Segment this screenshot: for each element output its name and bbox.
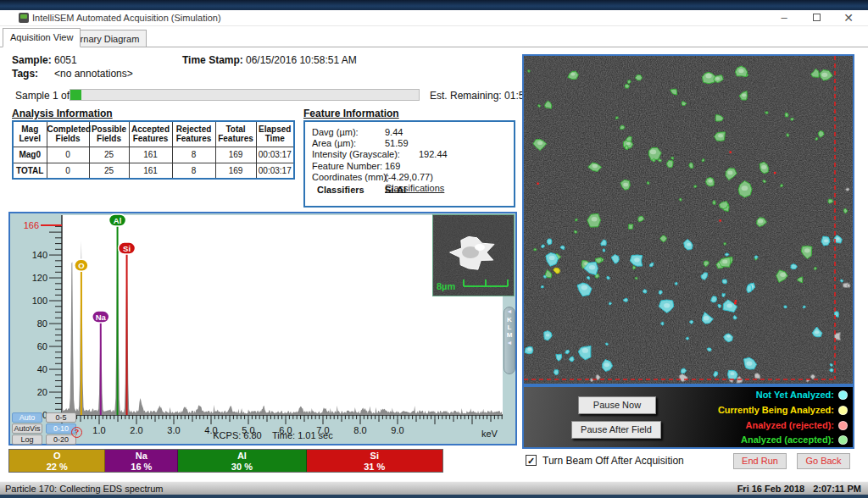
particle-rejected — [735, 300, 737, 302]
feature-coordinates: Coordinates (mm):(-4.29,0.77) — [305, 172, 514, 183]
status-bar: Particle 170: Collecting EDS spectrum Fr… — [0, 481, 868, 495]
composition-Si: Si31 % — [307, 450, 442, 472]
particle — [847, 284, 850, 287]
end-run-button[interactable]: End Run — [733, 453, 787, 469]
particle — [671, 158, 674, 159]
particle — [785, 113, 788, 117]
cell: 25 — [89, 163, 129, 179]
col-completed-fields: Completed Fields — [47, 121, 89, 147]
particle — [713, 201, 715, 205]
background-window-strip — [0, 0, 868, 10]
progress-bar-fill — [70, 90, 81, 100]
particle — [625, 146, 628, 150]
kev-axis-unit: keV — [481, 429, 498, 439]
particle — [694, 185, 697, 187]
eds-spectrum-panel: 0204060801001201401660.01.02.03.04.05.06… — [8, 212, 517, 445]
particle — [538, 105, 541, 108]
go-back-button[interactable]: Go Back — [797, 453, 850, 469]
status-date: Fri 16 Feb 2018 — [737, 484, 805, 494]
mag0-cell: Mag0 — [13, 147, 47, 163]
help-icon[interactable]: ? — [71, 427, 82, 438]
cell: 25 — [89, 147, 129, 163]
particle — [595, 257, 601, 263]
progress-label: Sample 1 of 1 — [15, 90, 78, 102]
particle — [667, 160, 673, 168]
particle — [629, 224, 633, 230]
klm-line-selector[interactable]: ◄ K L M ◄ — [504, 307, 515, 374]
legend-analyzed-rejected: Analyzed (rejected): — [745, 420, 848, 432]
composition-bar: O22 % Na16 % Al30 % Si31 % — [8, 449, 443, 473]
particle — [635, 75, 642, 80]
klm-down-arrow-icon[interactable]: ◄ — [504, 339, 515, 347]
particle — [603, 249, 605, 252]
cell: 161 — [129, 163, 172, 179]
particle — [659, 290, 662, 294]
particle — [647, 182, 649, 185]
svg-text:Al: Al — [114, 216, 122, 225]
legend-currently-being-analyzed: Currently Being Analyzed: — [718, 405, 848, 417]
pause-now-button[interactable]: Pause Now — [578, 396, 656, 414]
cell: 00:03:17 — [256, 147, 294, 163]
particle — [722, 279, 726, 284]
particle — [606, 343, 609, 346]
particle — [650, 263, 654, 266]
particle-inset-image: 8µm — [432, 214, 515, 296]
scale-log-button[interactable]: Log — [12, 434, 42, 445]
timestamp-value: 06/15/2016 10:58:51 AM — [246, 54, 357, 66]
analysis-info-title: Analysis Information — [12, 108, 113, 119]
turn-beam-off-checkbox[interactable]: ✓ — [526, 455, 537, 466]
green-dot-icon — [838, 435, 848, 445]
feature-number: Feature Number:169 — [305, 161, 514, 172]
close-icon[interactable]: ✕ — [839, 10, 858, 25]
col-elapsed-time: Elapsed Time — [256, 121, 294, 147]
particle — [686, 337, 688, 340]
maximize-icon[interactable] — [807, 10, 826, 25]
particle — [765, 112, 769, 114]
cell: 169 — [215, 147, 256, 163]
y-axis-label: 40 — [37, 364, 47, 374]
particle — [679, 198, 682, 201]
status-datetime: Fri 16 Feb 20182:07:11 PM — [729, 483, 861, 495]
svg-text:O: O — [78, 261, 84, 270]
particle — [781, 184, 783, 186]
inset-scalebar-label: 8µm — [437, 281, 455, 291]
particle-rejected — [734, 302, 736, 304]
status-message: Particle 170: Collecting EDS spectrum — [5, 483, 163, 495]
particle — [534, 249, 537, 251]
minimize-icon[interactable]: – — [775, 10, 793, 25]
particle — [627, 80, 631, 84]
status-time: 2:07:11 PM — [813, 484, 861, 494]
feature-classifiers: ClassifiersSi-Al — [305, 185, 514, 196]
tab-bar: Aquisition View Ternary Diagram — [0, 26, 868, 47]
cyan-dot-icon — [838, 390, 848, 400]
particle — [625, 84, 630, 88]
tags-value: <no annotations> — [54, 68, 133, 80]
yellow-dot-icon — [838, 406, 848, 415]
x-axis-label: 9.0 — [391, 425, 403, 435]
y-axis-label: 20 — [37, 387, 47, 397]
scale-autovis-button[interactable]: AutoVis — [12, 423, 42, 434]
total-cell: TOTAL — [13, 163, 47, 179]
cell: 8 — [172, 163, 215, 179]
table-row-mag0: Mag0 0 25 161 8 169 00:03:17 — [13, 147, 294, 163]
y-axis-label: 120 — [32, 273, 47, 283]
particle — [547, 239, 552, 245]
range-0-20-button[interactable]: 0-20 — [46, 434, 76, 445]
tab-aquisition-view[interactable]: Aquisition View — [3, 28, 81, 47]
particle — [803, 306, 805, 308]
x-axis-label: 2.0 — [130, 425, 142, 435]
col-possible-fields: Possible Fields — [89, 121, 129, 147]
feature-davg: Davg (µm):9.44 — [305, 127, 514, 138]
klm-up-arrow-icon[interactable]: ◄ — [504, 307, 515, 316]
analysis-info-table: Mag Level Completed Fields Possible Fiel… — [12, 120, 295, 180]
pause-after-field-button[interactable]: Pause After Field — [571, 421, 661, 439]
sample-label: Sample: — [12, 54, 52, 66]
range-0-5-button[interactable]: 0-5 — [46, 412, 76, 423]
window-title: IntelliSEM Automated Acquisition (Simula… — [32, 13, 221, 23]
feature-info-title: Feature Information — [303, 108, 399, 119]
particle — [787, 134, 789, 137]
particle — [554, 370, 559, 375]
sem-field-image — [522, 54, 854, 385]
red-dot-icon — [838, 421, 848, 430]
scale-auto-button[interactable]: Auto — [12, 412, 42, 423]
